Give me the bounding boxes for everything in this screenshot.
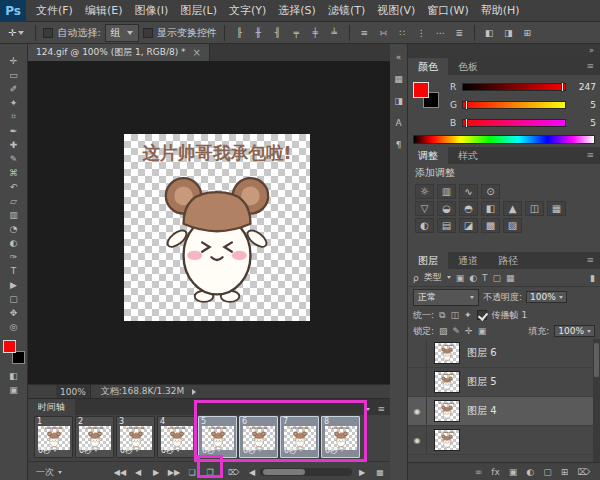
posterize-icon[interactable]: ▤	[437, 218, 456, 233]
timeline-frame-8[interactable]: 8 0秒	[321, 416, 360, 458]
layers-scrollbar[interactable]	[593, 339, 600, 462]
layer-row-6[interactable]: 图层 6	[408, 339, 600, 368]
timeline-tab[interactable]: 时间轴	[28, 399, 75, 415]
unify-position-icon[interactable]: ⧉	[439, 310, 445, 321]
invert-icon[interactable]: ◐	[415, 218, 434, 233]
align-top-icon[interactable]: ╟	[232, 25, 247, 40]
convert-to-video-timeline-icon[interactable]: ▦	[372, 464, 388, 480]
blue-value[interactable]: 5	[566, 118, 596, 128]
tween-frames-button[interactable]: ❏	[184, 464, 200, 480]
timeline-frame-5[interactable]: 5 0秒	[198, 416, 237, 458]
timeline-scrollbar[interactable]	[260, 468, 352, 476]
close-tab-icon[interactable]: ×	[193, 47, 201, 58]
filter-type-layers-icon[interactable]: T	[482, 273, 488, 283]
distribute-bottom-icon[interactable]: ∷	[395, 25, 410, 40]
menu-file[interactable]: 文件(F)	[30, 0, 79, 22]
canvas[interactable]	[28, 61, 390, 384]
foreground-color-swatch[interactable]	[3, 340, 16, 353]
align-vcenter-icon[interactable]: ╫	[251, 25, 266, 40]
layer-row-4[interactable]: ◉ 图层 4	[408, 397, 600, 426]
filter-toggle-icon[interactable]: ▮	[590, 273, 595, 283]
blur-tool[interactable]: ◔	[3, 222, 25, 235]
red-slider[interactable]	[462, 83, 566, 91]
layer-name[interactable]: 图层 6	[467, 346, 497, 360]
filter-pixel-layers-icon[interactable]: ▣	[456, 273, 465, 283]
frame-delay-selector[interactable]: 0秒	[284, 445, 303, 456]
green-slider[interactable]	[462, 101, 566, 109]
type-tool[interactable]: T	[3, 264, 25, 277]
pen-tool[interactable]: ✑	[3, 250, 25, 263]
align-right-icon[interactable]: ╧	[327, 25, 342, 40]
tab-adjustments[interactable]: 调整	[408, 147, 448, 164]
scroll-left-icon[interactable]: ◀	[244, 464, 260, 480]
menu-filter[interactable]: 滤镜(T)	[322, 0, 371, 22]
distribute-top-icon[interactable]: ≡	[357, 25, 372, 40]
eyedropper-tool[interactable]: ✒	[3, 124, 25, 137]
link-layers-icon[interactable]: ∞	[475, 467, 483, 477]
propagate-frame-checkbox[interactable]	[477, 310, 487, 320]
layer-mask-icon[interactable]: ▣	[509, 467, 518, 477]
artwork-image[interactable]	[124, 134, 310, 321]
layer-effects-icon[interactable]: fx	[491, 467, 500, 477]
path-select-tool[interactable]: ▶	[3, 278, 25, 291]
menu-help[interactable]: 帮助(H)	[475, 0, 526, 22]
hue-saturation-icon[interactable]: ◒	[437, 201, 456, 216]
delete-layer-icon[interactable]: ⌦	[577, 467, 590, 477]
delete-frame-button[interactable]: ⌦	[226, 464, 242, 480]
previous-frame-button[interactable]: ◀	[130, 464, 146, 480]
unify-visibility-icon[interactable]: ◫	[450, 310, 459, 320]
channel-mixer-icon[interactable]: ◫	[525, 201, 544, 216]
tab-swatches[interactable]: 色板	[448, 58, 488, 75]
duplicate-frame-button[interactable]: ❐	[202, 464, 218, 480]
color-lookup-icon[interactable]: ▦	[547, 201, 566, 216]
distribute-left-icon[interactable]: ⋮	[414, 25, 429, 40]
gradient-map-icon[interactable]: ▩	[481, 218, 500, 233]
photo-filter-icon[interactable]: ▲	[503, 201, 522, 216]
green-value[interactable]: 5	[566, 100, 596, 110]
dodge-tool[interactable]: ◐	[3, 236, 25, 249]
layer-row-partial[interactable]: ◉	[408, 426, 600, 455]
threed-mode-icon-2[interactable]: ◨	[501, 25, 516, 40]
auto-select-checkbox[interactable]	[43, 28, 53, 38]
timeline-frame-3[interactable]: 3 0秒	[116, 416, 155, 458]
timeline-frame-1[interactable]: 1 0秒	[34, 416, 73, 458]
levels-icon[interactable]: ▥	[437, 184, 456, 199]
frame-delay-selector[interactable]: 0秒	[161, 445, 180, 456]
color-spectrum-bar[interactable]	[413, 135, 595, 144]
loop-options-selector[interactable]: 一次	[36, 464, 62, 480]
filter-type-label[interactable]: 类型	[424, 271, 442, 284]
crop-tool[interactable]: ⌗	[3, 110, 25, 123]
timeline-frame-6[interactable]: 6 0秒	[239, 416, 278, 458]
filter-shape-layers-icon[interactable]: ▢	[493, 273, 502, 283]
menu-view[interactable]: 视图(V)	[371, 0, 421, 22]
layer-name[interactable]: 图层 5	[467, 375, 497, 389]
menu-select[interactable]: 选择(S)	[272, 0, 322, 22]
fill-value[interactable]: 100%	[554, 325, 595, 337]
tool-preset-picker[interactable]: ✛	[4, 26, 28, 39]
properties-panel-icon[interactable]: ▦	[394, 74, 403, 84]
history-brush-tool[interactable]: ↶	[3, 180, 25, 193]
distribute-right-icon[interactable]: ≣	[452, 25, 467, 40]
timeline-frame-7[interactable]: 7 0秒	[280, 416, 319, 458]
align-hcenter-icon[interactable]: ╪	[308, 25, 323, 40]
adjustment-layer-icon[interactable]: ◐	[526, 467, 534, 477]
panel-menu-icon[interactable]: ≡	[580, 147, 600, 164]
tab-paths[interactable]: 路径	[488, 252, 528, 269]
layer-thumbnail[interactable]	[434, 342, 460, 364]
visibility-eye-icon[interactable]	[408, 339, 427, 367]
panel-menu-icon[interactable]: ≡	[580, 252, 600, 269]
vibrance-icon[interactable]: ▽	[415, 201, 434, 216]
brush-tool[interactable]: ✎	[3, 152, 25, 165]
scrollbar-thumb[interactable]	[594, 343, 599, 377]
expand-panels-icon[interactable]: «	[396, 52, 402, 62]
align-left-icon[interactable]: ╤	[289, 25, 304, 40]
black-white-icon[interactable]: ◧	[481, 201, 500, 216]
marquee-tool[interactable]: ▭	[3, 68, 25, 81]
panel-menu-icon[interactable]: ≡	[580, 58, 600, 75]
timeline-frame-4[interactable]: 4 0秒	[157, 416, 196, 458]
frame-delay-selector[interactable]: 0秒	[38, 445, 57, 456]
layer-thumbnail[interactable]	[434, 429, 460, 451]
move-tool[interactable]: ✛	[3, 54, 25, 67]
selective-color-icon[interactable]: ▨	[503, 218, 522, 233]
threshold-icon[interactable]: ◪	[459, 218, 478, 233]
